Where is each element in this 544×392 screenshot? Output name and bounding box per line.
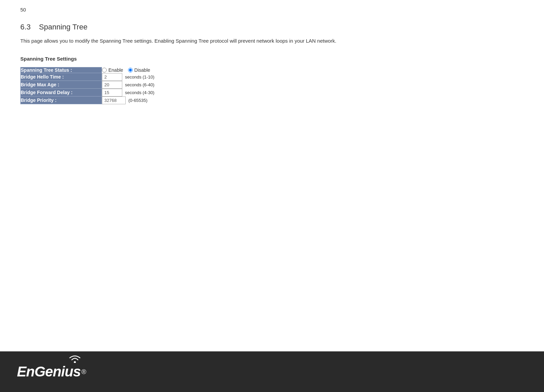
bridge-max-age-unit: seconds (6-40) — [125, 82, 154, 87]
section-number: 6.3 — [20, 23, 31, 31]
settings-table: Spanning Tree Status : Enable Disable — [20, 67, 155, 104]
bridge-forward-delay-label: Bridge Forward Delay : — [21, 89, 102, 96]
bridge-forward-delay-input[interactable] — [102, 89, 122, 96]
bridge-max-age-value: seconds (6-40) — [102, 81, 155, 89]
wifi-icon — [68, 354, 81, 363]
footer: EnGenius ® — [0, 351, 544, 392]
page-number: 50 — [20, 7, 524, 13]
bridge-hello-time-input[interactable] — [102, 73, 122, 81]
bridge-forward-delay-unit: seconds (4-30) — [125, 90, 154, 95]
bridge-max-age-label: Bridge Max Age : — [21, 81, 102, 89]
bridge-hello-time-unit: seconds (1-10) — [125, 74, 154, 80]
disable-radio-label[interactable]: Disable — [128, 67, 150, 73]
section-heading: 6.3 Spanning Tree — [20, 23, 524, 31]
radio-group: Enable Disable — [102, 67, 154, 73]
table-row: Bridge Hello Time : seconds (1-10) — [21, 73, 155, 81]
table-row: Bridge Forward Delay : seconds (4-30) — [21, 89, 155, 96]
logo: EnGenius — [17, 364, 81, 380]
disable-label: Disable — [134, 67, 150, 73]
bridge-max-age-input[interactable] — [102, 81, 122, 89]
enable-radio[interactable] — [102, 68, 107, 72]
bridge-priority-value: (0-65535) — [102, 96, 155, 104]
bridge-forward-delay-value: seconds (4-30) — [102, 89, 155, 96]
logo-genius: Genius — [35, 364, 81, 379]
bridge-priority-unit: (0-65535) — [128, 98, 147, 103]
page-content: 50 6.3 Spanning Tree This page allows yo… — [0, 0, 544, 351]
bridge-hello-time-label: Bridge Hello Time : — [21, 73, 102, 81]
settings-title: Spanning Tree Settings — [20, 56, 524, 62]
disable-radio[interactable] — [128, 68, 133, 72]
section-title: Spanning Tree — [39, 23, 87, 31]
enable-label: Enable — [108, 67, 123, 73]
logo-en: En — [17, 364, 35, 379]
bridge-hello-time-value: seconds (1-10) — [102, 73, 155, 81]
svg-point-0 — [74, 361, 76, 363]
bridge-priority-input[interactable] — [102, 96, 126, 104]
registered-symbol: ® — [81, 368, 86, 376]
table-row: Spanning Tree Status : Enable Disable — [21, 67, 155, 73]
section-description: This page allows you to modify the Spann… — [20, 37, 393, 45]
spanning-tree-status-value: Enable Disable — [102, 67, 155, 73]
logo-container: EnGenius ® — [17, 364, 86, 380]
spanning-tree-status-label: Spanning Tree Status : — [21, 67, 102, 73]
enable-radio-label[interactable]: Enable — [102, 67, 123, 73]
table-row: Bridge Priority : (0-65535) — [21, 96, 155, 104]
bridge-priority-label: Bridge Priority : — [21, 96, 102, 104]
table-row: Bridge Max Age : seconds (6-40) — [21, 81, 155, 89]
